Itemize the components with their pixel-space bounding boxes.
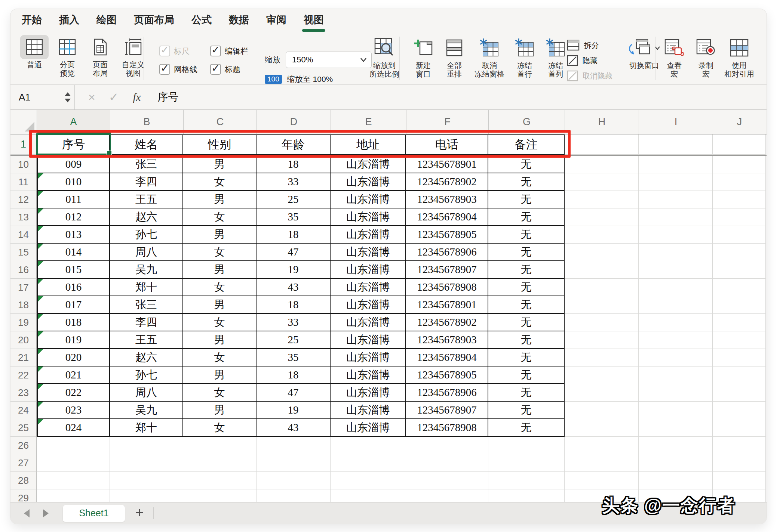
empty-cell[interactable] (110, 489, 183, 502)
table-cell[interactable]: 18 (257, 366, 331, 384)
sheet-tab-sheet1[interactable]: Sheet1 (63, 505, 125, 522)
row-header-28[interactable]: 28 (10, 472, 37, 489)
empty-cell[interactable] (713, 437, 766, 454)
table-cell[interactable]: 011 (37, 191, 110, 208)
empty-cell[interactable] (639, 208, 713, 226)
empty-cell[interactable] (488, 489, 565, 502)
table-cell[interactable]: 山东淄博 (331, 331, 406, 349)
table-cell[interactable]: 018 (37, 314, 110, 331)
table-cell[interactable]: 12345678904 (406, 349, 488, 366)
empty-cell[interactable] (639, 173, 713, 191)
table-cell[interactable]: 山东淄博 (331, 191, 406, 208)
empty-cell[interactable] (713, 384, 766, 402)
ribbon-tab-2[interactable]: 插入 (59, 9, 79, 33)
table-cell[interactable]: 18 (257, 296, 331, 314)
table-cell[interactable]: 12345678906 (406, 244, 488, 261)
previous-sheet-arrow-icon[interactable] (24, 509, 30, 517)
empty-cell[interactable] (406, 454, 488, 472)
empty-cell[interactable] (639, 366, 713, 384)
row-header-18[interactable]: 18 (10, 296, 37, 314)
table-cell[interactable]: 山东淄博 (331, 349, 406, 366)
table-cell[interactable]: 无 (488, 191, 565, 208)
empty-cell[interactable] (713, 296, 766, 314)
empty-cell[interactable] (639, 314, 713, 331)
empty-cell[interactable] (639, 279, 713, 296)
table-cell[interactable]: 33 (257, 173, 331, 191)
table-cell[interactable]: 山东淄博 (331, 279, 406, 296)
unhide-button[interactable]: 取消隐藏 (567, 70, 612, 81)
table-cell[interactable]: 25 (257, 331, 331, 349)
table-cell[interactable]: 12345678901 (406, 156, 488, 173)
headings-checkbox[interactable]: 标题 (210, 64, 248, 75)
empty-cell[interactable] (37, 454, 110, 472)
table-cell[interactable]: 吴九 (110, 402, 183, 419)
table-cell[interactable]: 山东淄博 (331, 314, 406, 331)
empty-cell[interactable] (639, 437, 713, 454)
table-cell[interactable]: 43 (257, 419, 331, 437)
empty-cell[interactable] (257, 454, 331, 472)
empty-cell[interactable] (713, 454, 766, 472)
table-cell[interactable]: 男 (183, 156, 257, 173)
table-cell[interactable]: 014 (37, 244, 110, 261)
empty-cell[interactable] (565, 314, 639, 331)
row-header-12[interactable]: 12 (10, 191, 37, 208)
empty-cell[interactable] (488, 472, 565, 489)
empty-cell[interactable] (110, 454, 183, 472)
table-cell[interactable]: 女 (183, 244, 257, 261)
empty-cell[interactable] (565, 156, 639, 173)
table-cell[interactable]: 女 (183, 419, 257, 437)
empty-cell[interactable] (713, 419, 766, 437)
empty-cell[interactable] (565, 331, 639, 349)
table-cell[interactable]: 020 (37, 349, 110, 366)
empty-cell[interactable] (565, 244, 639, 261)
empty-cell[interactable] (565, 279, 639, 296)
table-cell[interactable]: 33 (257, 314, 331, 331)
table-cell[interactable]: 吴九 (110, 261, 183, 279)
table-cell[interactable]: 李四 (110, 314, 183, 331)
row-header-16[interactable]: 16 (10, 261, 37, 279)
table-cell[interactable]: 19 (257, 261, 331, 279)
row-header-21[interactable]: 21 (10, 349, 37, 366)
row-header-24[interactable]: 24 (10, 402, 37, 419)
row-header-19[interactable]: 19 (10, 314, 37, 331)
empty-cell[interactable] (257, 437, 331, 454)
table-cell[interactable]: 无 (488, 156, 565, 173)
empty-cell[interactable] (257, 472, 331, 489)
split-button[interactable]: 拆分 (567, 40, 612, 51)
empty-cell[interactable] (565, 226, 639, 244)
table-cell[interactable]: 赵六 (110, 208, 183, 226)
empty-cell[interactable] (565, 191, 639, 208)
table-cell[interactable]: 山东淄博 (331, 419, 406, 437)
empty-cell[interactable] (565, 261, 639, 279)
name-box[interactable]: A1 (10, 85, 75, 109)
empty-cell[interactable] (565, 349, 639, 366)
table-cell[interactable]: 019 (37, 331, 110, 349)
empty-cell[interactable] (713, 349, 766, 366)
table-cell[interactable]: 无 (488, 349, 565, 366)
table-cell[interactable]: 12345678906 (406, 384, 488, 402)
view-macros-button[interactable]: 查看宏 (660, 36, 689, 78)
row-header-29[interactable]: 29 (10, 489, 37, 502)
table-cell[interactable]: 周八 (110, 244, 183, 261)
table-cell[interactable]: 李四 (110, 173, 183, 191)
table-cell[interactable]: 男 (183, 226, 257, 244)
empty-cell[interactable] (639, 134, 713, 155)
empty-cell[interactable] (110, 472, 183, 489)
row-header-15[interactable]: 15 (10, 244, 37, 261)
table-cell[interactable]: 无 (488, 279, 565, 296)
ribbon-tab-4[interactable]: 页面布局 (134, 9, 174, 33)
empty-cell[interactable] (639, 454, 713, 472)
table-cell[interactable]: 12345678908 (406, 419, 488, 437)
table-cell[interactable]: 无 (488, 244, 565, 261)
table-cell[interactable]: 无 (488, 331, 565, 349)
table-cell[interactable]: 无 (488, 173, 565, 191)
empty-cell[interactable] (565, 437, 639, 454)
empty-cell[interactable] (713, 472, 766, 489)
empty-cell[interactable] (37, 437, 110, 454)
row-header-17[interactable]: 17 (10, 279, 37, 296)
table-cell[interactable]: 024 (37, 419, 110, 437)
empty-cell[interactable] (639, 472, 713, 489)
empty-cell[interactable] (488, 437, 565, 454)
empty-cell[interactable] (331, 437, 406, 454)
empty-cell[interactable] (565, 454, 639, 472)
